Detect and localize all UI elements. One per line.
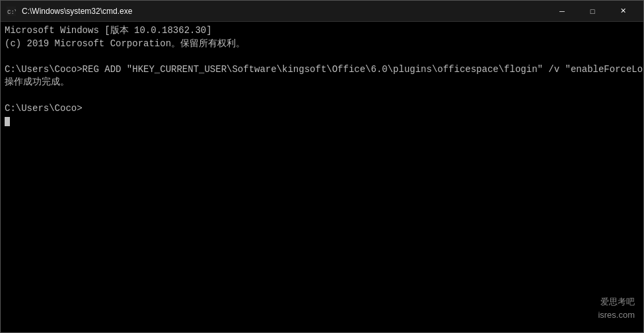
maximize-button[interactable]: □: [577, 1, 608, 22]
console-line-5: 操作成功完成。: [5, 76, 639, 89]
svg-text:C:\: C:\: [7, 9, 16, 16]
minimize-button[interactable]: ─: [547, 1, 577, 22]
console-line-4: C:\Users\Coco>REG ADD "HKEY_CURRENT_USER…: [5, 63, 639, 77]
window-title: C:\Windows\system32\cmd.exe: [22, 7, 132, 16]
title-bar: C:\ C:\Windows\system32\cmd.exe ─ □ ✕: [1, 1, 643, 22]
window-controls: ─ □ ✕: [547, 1, 638, 22]
console-line-1: Microsoft Windows [版本 10.0.18362.30]: [5, 24, 639, 38]
close-button[interactable]: ✕: [608, 1, 638, 22]
console-line-3: [5, 50, 639, 63]
console-line-2: (c) 2019 Microsoft Corporation。保留所有权利。: [5, 38, 639, 51]
console-line-7: C:\Users\Coco>: [5, 102, 639, 116]
cmd-window: C:\ C:\Windows\system32\cmd.exe ─ □ ✕ Mi…: [0, 0, 644, 333]
cursor: [5, 117, 10, 126]
title-bar-left: C:\ C:\Windows\system32\cmd.exe: [6, 6, 132, 17]
console-output[interactable]: Microsoft Windows [版本 10.0.18362.30] (c)…: [1, 22, 643, 332]
cmd-icon: C:\: [6, 6, 17, 17]
console-prompt-line: [5, 115, 639, 128]
console-line-6: [5, 89, 639, 102]
